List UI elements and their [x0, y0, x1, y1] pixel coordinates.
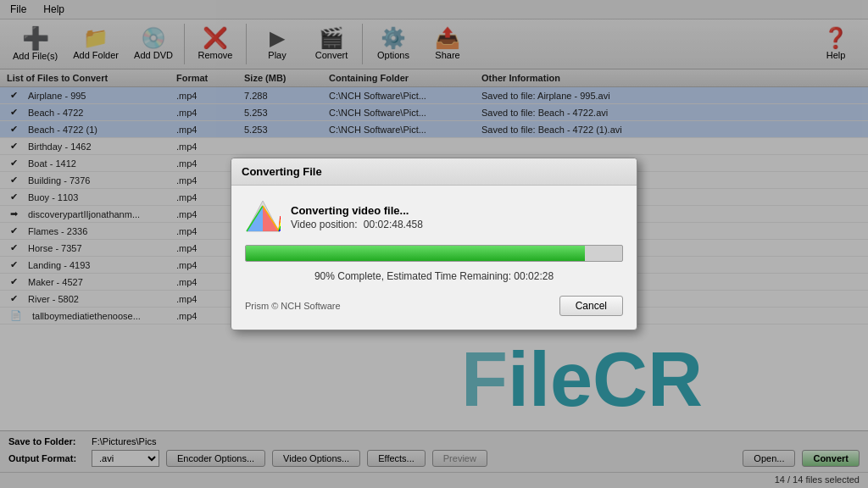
- modal-complete-text: 90% Complete, Estimated Time Remaining: …: [245, 270, 623, 282]
- converting-dialog: Converting File: [231, 158, 637, 330]
- modal-branding: Prism © NCH Software: [245, 301, 341, 311]
- modal-position-value: 00:02:48.458: [364, 219, 423, 230]
- modal-status-text: Converting video file...: [291, 204, 423, 217]
- progress-bar-fill: [246, 246, 585, 261]
- progress-bar-container: [245, 245, 623, 262]
- prism-icon: [245, 199, 281, 235]
- modal-title: Converting File: [231, 158, 637, 186]
- modal-overlay: Converting File: [0, 0, 868, 488]
- main-content: List of Files to Convert Format Size (MB…: [0, 69, 868, 486]
- cancel-button[interactable]: Cancel: [559, 296, 623, 316]
- modal-position-label: Video position:: [291, 219, 358, 230]
- modal-footer: Prism © NCH Software Cancel: [245, 296, 623, 316]
- modal-position: Video position: 00:02:48.458: [291, 219, 423, 230]
- modal-body: Converting video file... Video position:…: [231, 186, 637, 330]
